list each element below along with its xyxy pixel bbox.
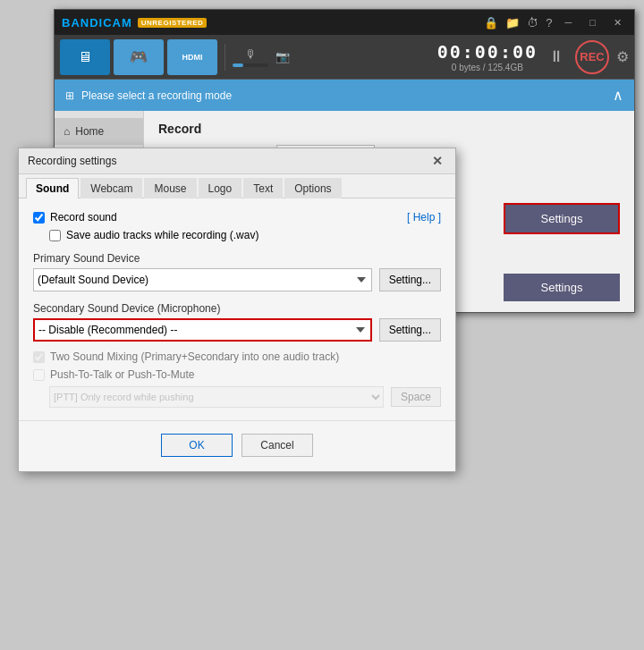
primary-setting-button[interactable]: Setting...	[379, 268, 441, 291]
tab-sound[interactable]: Sound	[26, 178, 79, 198]
dialog-content: Record sound [ Help ] Save audio tracks …	[19, 198, 455, 420]
record-sound-row: Record sound [ Help ]	[33, 211, 441, 224]
record-sound-label: Record sound	[50, 211, 117, 224]
save-audio-label: Save audio tracks while recording (.wav)	[66, 229, 258, 241]
record-sound-checkbox[interactable]	[33, 212, 45, 224]
tab-text[interactable]: Text	[243, 178, 283, 198]
two-sound-label: Two Sound Mixing (Primary+Secondary into…	[50, 350, 339, 363]
cancel-button[interactable]: Cancel	[242, 434, 313, 457]
secondary-dropdown-row: -- Disable (Recommended) -- Setting...	[33, 318, 441, 342]
secondary-setting-button[interactable]: Setting...	[379, 318, 441, 342]
help-link[interactable]: [ Help ]	[407, 211, 441, 224]
tab-webcam[interactable]: Webcam	[80, 178, 142, 198]
dialog-title: Recording settings	[28, 155, 116, 167]
ptt-label: Push-To-Talk or Push-To-Mute	[50, 368, 194, 381]
dialog-close-button[interactable]: ✕	[428, 154, 446, 168]
primary-device-label: Primary Sound Device	[33, 252, 441, 265]
two-sound-checkbox	[33, 351, 45, 363]
save-audio-checkbox[interactable]	[49, 230, 61, 241]
primary-dropdown-row: (Default Sound Device) Setting...	[33, 268, 441, 291]
tab-bar: Sound Webcam Mouse Logo Text Options	[19, 174, 455, 198]
primary-device-select[interactable]: (Default Sound Device)	[33, 268, 372, 291]
ptt-checkbox	[33, 369, 45, 381]
ptt-key-display: Space	[391, 387, 441, 407]
recording-settings-dialog: Recording settings ✕ Sound Webcam Mouse …	[18, 148, 456, 472]
ok-button[interactable]: OK	[161, 434, 233, 457]
secondary-device-label: Secondary Sound Device (Microphone)	[33, 302, 441, 315]
ptt-row-check: Push-To-Talk or Push-To-Mute	[33, 368, 441, 381]
dialog-buttons: OK Cancel	[19, 420, 455, 471]
dialog-overlay: Recording settings ✕ Sound Webcam Mouse …	[0, 0, 644, 650]
secondary-device-select[interactable]: -- Disable (Recommended) --	[33, 318, 372, 342]
tab-options[interactable]: Options	[284, 178, 341, 198]
tab-mouse[interactable]: Mouse	[144, 178, 196, 198]
ptt-mode-select: [PTT] Only record while pushing	[49, 386, 384, 408]
tab-logo[interactable]: Logo	[199, 178, 242, 198]
ptt-dropdown-row: [PTT] Only record while pushing Space	[33, 386, 441, 408]
two-sound-row: Two Sound Mixing (Primary+Secondary into…	[33, 350, 441, 363]
dialog-title-bar: Recording settings ✕	[19, 148, 455, 174]
save-audio-row: Save audio tracks while recording (.wav)	[33, 229, 441, 241]
